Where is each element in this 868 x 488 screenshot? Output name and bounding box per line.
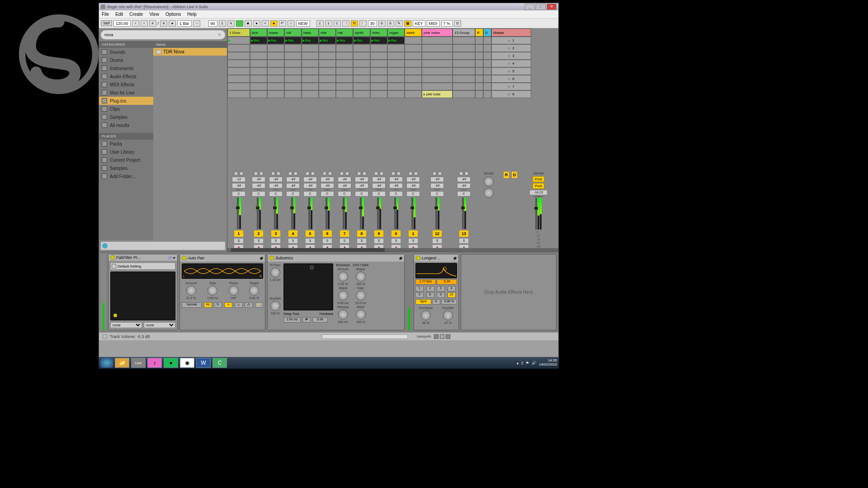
key-map-button[interactable]: KEY <box>413 20 425 27</box>
send-b-field[interactable]: -inf <box>355 183 368 188</box>
volume-fader[interactable] <box>462 197 464 229</box>
clip-slot[interactable] <box>302 83 319 90</box>
delay-time-button[interactable]: 1 <box>415 286 424 291</box>
clip-slot[interactable] <box>336 44 353 52</box>
routing-cell[interactable]: C <box>232 191 245 197</box>
clip-slot[interactable] <box>475 37 483 44</box>
clip-slot[interactable] <box>422 67 453 75</box>
device-save-button[interactable]: ◉ <box>399 256 402 260</box>
record-button[interactable]: ● <box>253 20 260 27</box>
config-select-b[interactable]: none <box>144 322 175 328</box>
clip-slot[interactable] <box>250 83 267 90</box>
clip-slot[interactable] <box>405 37 422 44</box>
category-item-samples[interactable]: Samples <box>99 113 153 121</box>
clip-slot[interactable] <box>405 75 422 83</box>
punch-in-button[interactable]: 〈 <box>342 20 349 27</box>
detail-view-button[interactable] <box>446 334 450 339</box>
routing-cell[interactable]: C <box>389 191 403 197</box>
clip-slot[interactable] <box>227 60 250 67</box>
clip-slot[interactable] <box>453 83 475 90</box>
pan-knob[interactable] <box>393 189 399 190</box>
clip-slot[interactable] <box>250 44 267 52</box>
nudge-down-button[interactable]: ‹ <box>132 20 139 27</box>
pan-knob[interactable] <box>376 189 382 190</box>
clip-slot[interactable]: ▸ pink noise <box>422 90 453 98</box>
eq-display[interactable] <box>110 272 175 320</box>
volume-fader[interactable] <box>308 197 310 229</box>
delay-time-button[interactable]: 5 <box>415 292 424 298</box>
pan-knob[interactable] <box>324 189 330 190</box>
category-item-drums[interactable]: Drums <box>99 56 153 64</box>
clip-slot[interactable] <box>422 75 453 83</box>
clip-slot[interactable] <box>284 67 302 75</box>
place-item[interactable]: Samples <box>99 164 153 172</box>
send-a-field[interactable]: -inf <box>457 177 471 182</box>
category-item-instruments[interactable]: Instruments <box>99 64 153 72</box>
horizontal-scrollbar[interactable] <box>227 248 558 252</box>
browser-preview-bar[interactable] <box>101 242 225 250</box>
attack-knob[interactable] <box>338 291 348 300</box>
send-a-field[interactable]: -inf <box>338 177 351 182</box>
clip-slot[interactable] <box>483 83 491 90</box>
clip-slot[interactable] <box>319 83 336 90</box>
clip-slot[interactable]: Res <box>267 37 284 44</box>
track-activator-button[interactable]: 8 <box>357 230 367 237</box>
drop-audio-effects-zone[interactable]: Drop Audio Effects Here <box>461 254 557 330</box>
routing-cell[interactable]: C <box>457 191 471 197</box>
sig-denominator[interactable]: 4 <box>160 20 167 27</box>
pan-knob[interactable] <box>359 189 365 190</box>
clip-slot[interactable] <box>353 67 370 75</box>
clip-slot[interactable] <box>422 37 453 44</box>
track-header-bass[interactable]: bass <box>302 28 319 37</box>
routing-cell[interactable]: C <box>321 191 334 197</box>
pan-knob[interactable] <box>236 189 242 190</box>
scene-slot[interactable]: 6 <box>491 75 531 83</box>
pan-knob[interactable] <box>461 189 467 190</box>
clip-slot[interactable] <box>405 90 422 98</box>
clip-slot[interactable] <box>267 67 284 75</box>
track-header-synth[interactable]: synth <box>353 28 370 37</box>
routing-cell[interactable]: C <box>406 191 420 197</box>
delay-time-button[interactable]: 3 <box>437 286 445 291</box>
clip-slot[interactable] <box>483 67 491 75</box>
clip-slot[interactable] <box>336 83 353 90</box>
send-b-field[interactable]: -inf <box>303 183 317 188</box>
track-header-1-Grou[interactable]: 1 Grou <box>227 28 250 37</box>
clip-slot[interactable] <box>302 44 319 52</box>
send-b-field[interactable]: -inf <box>457 183 471 188</box>
clip-slot[interactable] <box>475 75 483 83</box>
volume-fader[interactable] <box>394 197 396 229</box>
start-button[interactable] <box>100 358 113 368</box>
volume-fader[interactable] <box>326 197 327 229</box>
routing-cell[interactable]: C <box>338 191 351 197</box>
track-header-hat[interactable]: hat <box>336 28 353 37</box>
category-item-midi-effects[interactable]: MIDI Effects <box>99 80 153 89</box>
config-select-a[interactable]: none <box>110 322 142 328</box>
clip-slot[interactable] <box>227 75 250 83</box>
wave-sine-button[interactable]: ∿ <box>224 302 232 308</box>
send-b-field[interactable]: -inf <box>252 183 265 188</box>
clip-slot[interactable] <box>453 90 475 98</box>
clip-slot[interactable] <box>302 60 319 67</box>
track-activator-button[interactable]: 0 <box>391 230 401 237</box>
send-a-field[interactable]: -inf <box>389 177 403 182</box>
phase-knob[interactable] <box>229 286 239 296</box>
send-b-field[interactable]: -inf <box>389 183 403 188</box>
word-taskbar-icon[interactable]: W <box>196 358 211 368</box>
midi-map-button[interactable]: MIDI <box>427 20 440 27</box>
place-item[interactable]: Current Project <box>99 156 153 164</box>
clip-slot[interactable] <box>483 44 491 52</box>
clip-slot[interactable] <box>267 90 284 98</box>
pan-knob[interactable] <box>290 189 296 190</box>
offset-field[interactable]: 0.00 % <box>441 299 457 305</box>
track-activator-button[interactable]: 1 <box>408 230 418 237</box>
clip-slot[interactable] <box>353 75 370 83</box>
track-activator-button[interactable]: 1 <box>234 230 244 237</box>
clip-slot[interactable] <box>353 44 370 52</box>
clip-slot[interactable] <box>475 67 483 75</box>
return-activator[interactable]: R <box>503 171 509 178</box>
clip-slot[interactable]: Res <box>284 37 302 44</box>
clip-slot[interactable] <box>267 52 284 60</box>
clip-slot[interactable]: Res <box>302 37 319 44</box>
wave-random-button[interactable]: ⚡ <box>255 302 263 308</box>
